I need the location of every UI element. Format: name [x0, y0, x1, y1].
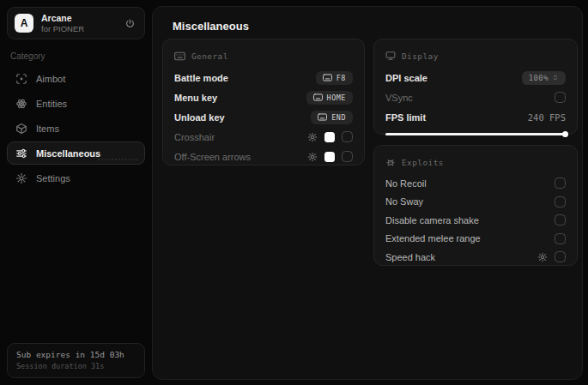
fps-limit-value: 240 FPS [528, 112, 566, 123]
subscription-footer: Sub expires in 15d 03h Session duration … [7, 343, 145, 378]
category-label: Category [10, 51, 142, 61]
no-recoil-checkbox[interactable] [555, 177, 566, 189]
slider-knob[interactable] [562, 131, 568, 137]
dpi-scale-value: 100% [529, 74, 549, 82]
setting-label: Unload key [174, 112, 225, 123]
sidebar-item-label: Aimbot [36, 74, 65, 84]
setting-row-menu-key: Menu key HOME [174, 87, 353, 107]
setting-label: Speed hack [385, 252, 435, 262]
setting-row-speed-hack: Speed hack [385, 248, 566, 267]
atom-icon [15, 98, 27, 110]
setting-row-unload-key: Unload key END [174, 107, 353, 127]
panel-title: General [191, 51, 228, 61]
crosshair-scan-icon [15, 73, 27, 85]
sidebar: A Arcane for PIONER Category Aimbot [0, 0, 152, 385]
sliders-icon [15, 147, 27, 159]
gear-icon[interactable] [537, 252, 548, 262]
setting-row-dpi-scale: DPI scale 100% [385, 68, 566, 87]
color-swatch[interactable] [324, 132, 335, 142]
sidebar-item-miscellaneous[interactable]: Miscellaneous [7, 141, 145, 165]
panel-general: General Battle mode F8 Menu key HOME Unl… [162, 39, 365, 165]
setting-row-fps-limit: FPS limit 240 FPS [385, 107, 566, 127]
setting-label: FPS limit [385, 112, 426, 123]
panel-title: Exploits [402, 158, 444, 167]
sub-expiry-text: Sub expires in 15d 03h [16, 350, 136, 359]
keybind-value: F8 [336, 74, 346, 82]
panel-exploits: Exploits No Recoil No Sway Disable camer… [373, 145, 578, 266]
setting-label: Crosshair [174, 132, 215, 142]
setting-label: Menu key [174, 93, 217, 103]
sidebar-item-items[interactable]: Items [7, 117, 145, 140]
setting-row-crosshair: Crosshair [174, 127, 353, 147]
bug-icon [385, 157, 396, 167]
gear-icon[interactable] [307, 152, 318, 162]
panel-display: Display DPI scale 100% VSync FPS limit 2… [373, 39, 578, 135]
selected-item-decoration [98, 159, 137, 160]
page-title: Miscellaneous [173, 20, 249, 33]
brand-subtitle: for PIONER [41, 24, 84, 34]
sidebar-item-aimbot[interactable]: Aimbot [7, 67, 145, 90]
setting-label: Battle mode [174, 73, 228, 83]
setting-label: No Sway [385, 196, 423, 207]
keybind-value: HOME [327, 93, 346, 102]
offscreen-arrows-checkbox[interactable] [342, 151, 353, 162]
setting-row-no-recoil: No Recoil [385, 174, 566, 193]
gear-icon[interactable] [307, 132, 318, 142]
setting-row-offscreen-arrows: Off-Screen arrows [174, 147, 353, 166]
setting-row-disable-camera-shake: Disable camera shake [385, 211, 566, 230]
panel-display-header: Display [385, 49, 566, 63]
app-window: A Arcane for PIONER Category Aimbot [0, 0, 588, 385]
vsync-checkbox[interactable] [555, 92, 566, 103]
panel-exploits-header: Exploits [385, 155, 566, 169]
gear-icon [15, 172, 27, 184]
color-swatch[interactable] [324, 152, 335, 162]
setting-row-vsync: VSync [385, 87, 566, 107]
sidebar-item-label: Settings [36, 173, 70, 183]
sidebar-item-label: Items [36, 123, 59, 134]
chevron-up-down-icon [552, 74, 559, 81]
brand-name: Arcane [41, 13, 84, 24]
slider-fill [385, 133, 566, 135]
keyboard-icon [174, 51, 185, 61]
session-duration-text: Session duration 31s [16, 362, 136, 370]
crosshair-checkbox[interactable] [342, 131, 353, 142]
extended-melee-range-checkbox[interactable] [555, 233, 566, 244]
brand-text: Arcane for PIONER [41, 13, 84, 34]
sidebar-item-entities[interactable]: Entities [7, 92, 145, 115]
setting-row-battle-mode: Battle mode F8 [174, 68, 353, 87]
setting-label: Extended melee range [385, 233, 481, 244]
brand-card: A Arcane for PIONER [7, 7, 145, 39]
disable-camera-shake-checkbox[interactable] [555, 214, 566, 226]
fps-limit-slider[interactable] [385, 131, 566, 137]
setting-label: VSync [385, 93, 413, 103]
keybind-button[interactable]: HOME [306, 91, 353, 105]
keybind-button[interactable]: END [311, 111, 353, 124]
main-content: Miscellaneous General Battle mode F8 Men… [152, 6, 583, 380]
no-sway-checkbox[interactable] [555, 196, 566, 208]
dpi-scale-dropdown[interactable]: 100% [522, 71, 566, 85]
sidebar-item-label: Entities [36, 99, 67, 109]
sidebar-nav: Aimbot Entities Items Miscellaneous [7, 67, 145, 189]
sidebar-item-settings[interactable]: Settings [7, 166, 145, 189]
speed-hack-checkbox[interactable] [555, 251, 566, 262]
setting-label: Disable camera shake [385, 215, 479, 226]
setting-label: No Recoil [385, 178, 427, 189]
brand-logo: A [15, 14, 33, 33]
panel-title: Display [402, 51, 439, 61]
setting-label: Off-Screen arrows [174, 152, 251, 162]
panel-general-header: General [174, 49, 353, 63]
monitor-icon [385, 51, 396, 61]
sidebar-item-label: Miscellaneous [36, 148, 100, 159]
setting-row-extended-melee-range: Extended melee range [385, 230, 566, 249]
setting-label: DPI scale [385, 73, 427, 83]
keybind-button[interactable]: F8 [316, 71, 353, 85]
setting-row-no-sway: No Sway [385, 193, 566, 212]
power-icon[interactable] [124, 18, 136, 29]
keybind-value: END [331, 113, 346, 122]
box-icon [15, 123, 27, 135]
